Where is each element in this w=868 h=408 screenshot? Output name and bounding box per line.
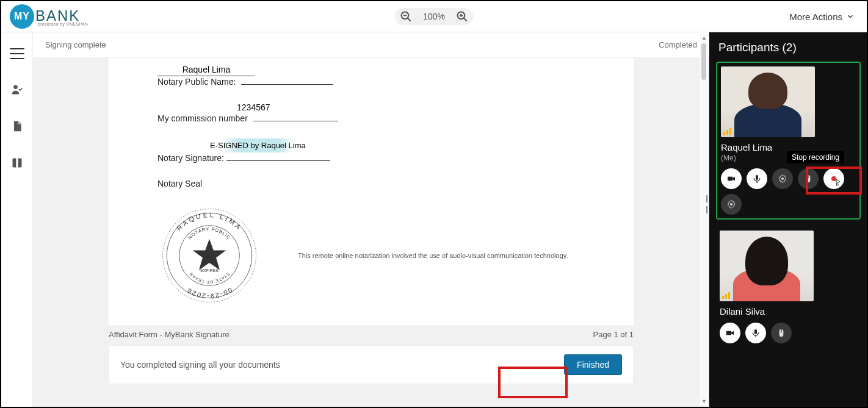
video-thumbnail-2[interactable] <box>720 231 814 301</box>
participant-card-me: Raquel Lima (Me) Stop recording <box>716 62 861 220</box>
participant-name-2: Dilani Silva <box>720 306 857 317</box>
zoom-in-icon[interactable] <box>456 10 468 23</box>
signer-icon[interactable] <box>11 84 23 96</box>
disclaimer-text: This remote online notarization involved… <box>298 252 568 259</box>
mouse-control-button-2[interactable] <box>771 323 792 343</box>
participants-title: Participants (2) <box>716 32 861 62</box>
document-meta: Affidavit Form - MyBank Signature Page 1… <box>109 326 634 345</box>
zoom-control: 100% <box>395 8 473 25</box>
scrollbar[interactable]: ▲ ▼ <box>700 34 708 406</box>
mic-button[interactable] <box>747 168 767 189</box>
more-actions-menu[interactable]: More Actions <box>789 12 855 22</box>
document-title: Affidavit Form - MyBank Signature <box>109 330 230 339</box>
status-right: Completed <box>659 40 697 49</box>
tooltip-stop-recording: Stop recording <box>787 151 844 163</box>
record-button[interactable] <box>823 168 844 189</box>
svg-line-1 <box>408 18 411 21</box>
participants-panel: Participants (2) Raquel Lima (Me) <box>709 32 867 407</box>
finished-button[interactable]: Finished <box>564 354 622 375</box>
svg-text:EXPIRES: EXPIRES <box>200 268 219 273</box>
notary-seal: RAQUEL LIMA 08-29-2026 NOTARY PUBLIC STA… <box>157 204 261 307</box>
svg-rect-17 <box>756 175 758 180</box>
journal-icon[interactable] <box>11 157 23 169</box>
page-info: Page 1 of 1 <box>593 330 634 339</box>
top-bar: MY BANK presented by ONESPAN 100% More A… <box>1 1 867 32</box>
document-icon[interactable] <box>11 120 23 132</box>
video-thumbnail-1[interactable] <box>721 66 815 137</box>
svg-text:NOTARY PUBLIC: NOTARY PUBLIC <box>187 226 231 240</box>
finish-bar: You completed signing all your documents… <box>109 345 634 384</box>
svg-point-22 <box>730 203 732 206</box>
camera-button-2[interactable] <box>720 323 740 343</box>
signal-icon <box>722 292 732 299</box>
participant-card-2: Dilani Silva <box>716 227 861 343</box>
svg-point-18 <box>781 177 784 180</box>
zoom-out-icon[interactable] <box>400 10 412 23</box>
commission-label: My commission number <box>157 113 248 123</box>
side-nav <box>1 32 33 407</box>
notary-name-label: Notary Public Name: <box>157 77 236 87</box>
signature-value: E-SIGNED by Raquel Lima <box>206 138 309 152</box>
mouse-control-button[interactable] <box>798 168 819 189</box>
settings-button[interactable] <box>772 168 793 189</box>
mic-button-2[interactable] <box>745 323 766 343</box>
seal-label: Notary Seal <box>157 179 202 188</box>
zoom-value: 100% <box>423 12 445 21</box>
camera-button[interactable] <box>721 168 742 189</box>
document-area: Signing complete Completed Raquel Lima N… <box>33 32 709 407</box>
more-actions-label: More Actions <box>789 12 842 22</box>
logo-subtext: presented by ONESPAN <box>38 22 88 26</box>
svg-point-7 <box>13 85 18 90</box>
hamburger-icon[interactable] <box>10 48 24 59</box>
status-bar: Signing complete Completed <box>33 32 709 58</box>
completed-message: You completed signing all your documents <box>120 360 280 370</box>
chevron-down-icon <box>846 12 855 21</box>
svg-rect-23 <box>754 329 757 334</box>
panel-resize-handle[interactable] <box>704 195 709 213</box>
svg-marker-16 <box>193 239 226 270</box>
more-settings-button[interactable] <box>721 194 742 215</box>
logo: MY BANK presented by ONESPAN <box>10 4 88 29</box>
logo-circle: MY <box>10 4 34 29</box>
commission-value: 1234567 <box>237 102 270 112</box>
svg-line-4 <box>463 18 466 21</box>
notary-name-value: Raquel Lima <box>157 65 255 76</box>
document-page: Raquel Lima Notary Public Name: 1234567 … <box>109 58 634 326</box>
signature-label: Notary Signature: <box>157 153 224 163</box>
svg-text:STATE OF TEXAS: STATE OF TEXAS <box>188 272 230 284</box>
signal-icon <box>723 127 733 135</box>
status-left: Signing complete <box>45 40 106 49</box>
